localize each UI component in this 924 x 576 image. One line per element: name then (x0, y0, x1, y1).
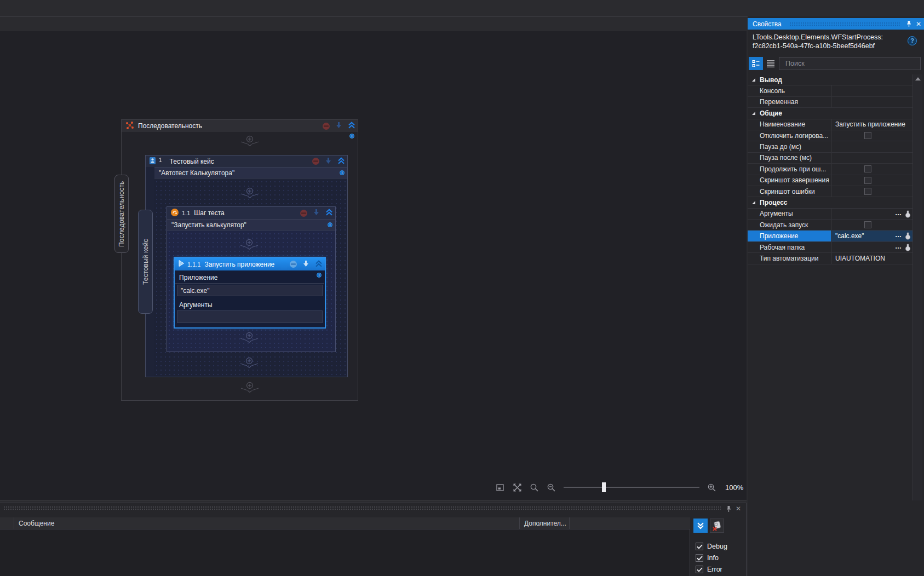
app-field-input[interactable]: "calc.exe" (177, 285, 323, 296)
move-down-icon[interactable] (313, 209, 319, 217)
search-input[interactable]: Поиск (779, 57, 921, 70)
add-activity-drop-point[interactable] (239, 332, 260, 344)
log-filter-error[interactable]: Error (696, 566, 722, 573)
property-group-header[interactable]: Вывод (748, 74, 912, 85)
pin-icon[interactable] (904, 18, 913, 30)
zoom-out-icon[interactable] (547, 483, 556, 492)
property-value[interactable] (831, 85, 912, 96)
property-label[interactable]: Пауза после (мс) (748, 153, 831, 163)
test-step-name-field[interactable]: "Запустить калькулятор" (167, 219, 335, 231)
info-icon[interactable] (340, 170, 345, 175)
property-label[interactable]: Пауза до (мс) (748, 141, 831, 152)
property-group-header[interactable]: Общие (748, 108, 912, 119)
property-label[interactable]: Приложение (748, 231, 831, 241)
zoom-slider[interactable] (564, 487, 699, 488)
block-header-icons[interactable] (300, 207, 333, 219)
property-value[interactable] (831, 164, 912, 174)
zoom-search-icon[interactable] (530, 483, 539, 492)
property-label[interactable]: Тип автоматизации (748, 253, 831, 263)
log-column-icon[interactable] (0, 517, 14, 529)
clear-log-button[interactable] (710, 519, 724, 533)
add-activity-drop-point[interactable] (239, 357, 260, 369)
property-group-header[interactable]: Процесс (748, 197, 912, 208)
property-label[interactable]: Скриншот завершения (748, 175, 831, 186)
test-case-block-header[interactable]: 1 Тестовый кейс (146, 155, 347, 167)
properties-scrollbar[interactable] (912, 74, 922, 500)
property-label[interactable]: Отключить логирова... (748, 130, 831, 141)
property-value[interactable]: Запустить приложение (831, 119, 912, 130)
add-activity-drop-point[interactable] (239, 382, 260, 394)
property-value[interactable] (831, 175, 912, 186)
property-value[interactable] (831, 220, 912, 230)
property-checkbox[interactable] (864, 177, 871, 184)
filter-checkbox[interactable] (696, 543, 703, 550)
expression-flask-icon[interactable] (905, 210, 911, 220)
scope-tab-test-case[interactable]: Тестовый кейс (138, 210, 153, 314)
property-row[interactable]: Продолжить при ош... (748, 164, 912, 175)
stop-icon[interactable] (300, 210, 307, 217)
collapse-icon[interactable] (315, 260, 323, 269)
property-row[interactable]: Скриншот ошибки (748, 186, 912, 197)
test-step-block-header[interactable]: 1.1 Шаг теста (167, 207, 335, 219)
property-value[interactable] (831, 186, 912, 197)
property-row[interactable]: Переменная (748, 97, 912, 108)
expression-flask-icon[interactable] (905, 232, 911, 241)
block-header-icons[interactable] (312, 155, 345, 167)
categorized-view-button[interactable] (749, 57, 763, 70)
property-label[interactable]: Консоль (748, 85, 831, 96)
property-checkbox[interactable] (864, 165, 871, 172)
property-row[interactable]: НаименованиеЗапустить приложение (748, 119, 912, 130)
move-down-icon[interactable] (336, 122, 342, 130)
help-icon[interactable]: ? (908, 36, 917, 45)
property-label[interactable]: Рабочая папка (748, 242, 831, 252)
property-row[interactable]: Пауза после (мс) (748, 153, 912, 164)
info-icon[interactable] (349, 134, 354, 139)
log-filter-info[interactable]: Info (696, 554, 719, 562)
property-label[interactable]: Ожидать запуск (748, 220, 831, 230)
scroll-up-icon[interactable] (915, 77, 921, 80)
property-label[interactable]: Скриншот ошибки (748, 186, 831, 197)
sequence-block-header[interactable]: Последовательность (122, 120, 358, 132)
stop-icon[interactable] (290, 261, 297, 268)
property-value[interactable] (831, 153, 912, 163)
property-value[interactable] (831, 97, 912, 107)
add-activity-drop-point[interactable] (239, 239, 260, 251)
pin-icon[interactable] (724, 504, 733, 513)
zoom-slider-thumb[interactable] (602, 482, 606, 492)
property-value[interactable]: UIAUTOMATION (831, 253, 912, 263)
move-down-icon[interactable] (303, 260, 309, 269)
property-value[interactable] (831, 141, 912, 152)
fit-to-screen-icon[interactable] (496, 483, 505, 492)
block-header-icons[interactable] (290, 258, 323, 270)
move-down-icon[interactable] (325, 157, 331, 166)
properties-titlebar[interactable]: Свойства (748, 18, 924, 30)
property-row[interactable]: Приложение"calc.exe"… (748, 231, 912, 241)
start-process-block[interactable]: 1.1.1 Запустить приложение Приложение "c… (174, 257, 325, 328)
close-icon[interactable]: ✕ (734, 504, 743, 513)
collapse-icon[interactable] (325, 209, 333, 217)
ellipsis-button[interactable]: … (895, 231, 902, 239)
output-panel-grip[interactable] (3, 506, 721, 510)
info-icon[interactable] (328, 222, 332, 227)
property-label[interactable]: Продолжить при ош... (748, 164, 831, 174)
log-column-message[interactable]: Сообщение (14, 517, 520, 529)
property-value[interactable] (831, 130, 912, 141)
filter-checkbox[interactable] (696, 554, 703, 562)
property-row[interactable]: Аргументы… (748, 209, 912, 220)
property-value[interactable]: … (831, 242, 912, 252)
property-row[interactable]: Ожидать запуск (748, 220, 912, 231)
stop-icon[interactable] (312, 158, 319, 165)
property-label[interactable]: Аргументы (748, 209, 831, 219)
stop-icon[interactable] (323, 123, 330, 130)
block-header-icons[interactable] (323, 120, 355, 132)
property-checkbox[interactable] (864, 188, 871, 195)
ellipsis-button[interactable]: … (895, 243, 902, 250)
scroll-to-end-button[interactable] (693, 519, 708, 533)
test-case-name-field[interactable]: "Автотест Калькулятора" (154, 167, 347, 178)
add-activity-drop-point[interactable] (239, 135, 260, 147)
add-activity-drop-point[interactable] (239, 187, 260, 199)
property-value[interactable]: … (831, 209, 912, 219)
log-table-body[interactable] (0, 529, 690, 576)
filter-checkbox[interactable] (696, 566, 703, 573)
property-row[interactable]: Рабочая папка… (748, 242, 912, 253)
